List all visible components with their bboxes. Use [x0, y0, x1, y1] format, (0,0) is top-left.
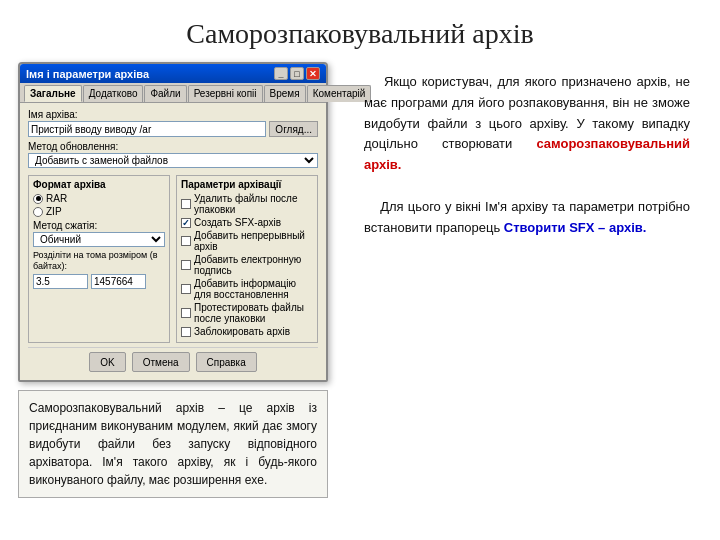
zip-radio[interactable] — [33, 207, 43, 217]
bottom-note: Саморозпаковувальний архів – це архів із… — [18, 390, 328, 498]
zip-label: ZIP — [46, 206, 62, 217]
maximize-button[interactable]: □ — [290, 67, 304, 80]
checkbox-5[interactable] — [181, 284, 191, 294]
page-container: Саморозпаковувальний архів Імя і парамет… — [0, 0, 720, 442]
right-highlight-2: Створити SFX – архів. — [504, 220, 647, 235]
tab-files[interactable]: Файли — [144, 85, 186, 102]
split-label: Розділіти на тома розміром (в байтах): — [33, 250, 165, 272]
compress-select[interactable]: Обичний — [33, 232, 165, 247]
dialog-body: Імя архіва: Огляд... Метод обновлення: Д… — [20, 103, 326, 380]
dialog-title-text: Імя і параметри архіва — [26, 68, 149, 80]
archive-name-row: Імя архіва: Огляд... — [28, 109, 318, 137]
rar-label: RAR — [46, 193, 67, 204]
checkbox-6[interactable] — [181, 308, 191, 318]
checkbox-1[interactable] — [181, 199, 191, 209]
rar-radio[interactable] — [33, 194, 43, 204]
params-group: Параметри архівації Удалить файлы после … — [176, 175, 318, 343]
checkbox-label-2: Создать SFX-архів — [194, 217, 281, 228]
checkbox-row-2: ✓ Создать SFX-архів — [181, 217, 313, 228]
dialog-actions: OK Отмена Справка — [28, 347, 318, 374]
checkbox-row-1: Удалить файлы после упаковки — [181, 193, 313, 215]
checkbox-label-1: Удалить файлы после упаковки — [194, 193, 313, 215]
split-input-2[interactable] — [91, 274, 146, 289]
checkbox-4[interactable] — [181, 260, 191, 270]
update-method-select[interactable]: Добавить с заменой файлов — [28, 153, 318, 168]
checkbox-row-3: Добавить непрерывный архів — [181, 230, 313, 252]
archive-path-input[interactable] — [28, 121, 266, 137]
checkbox-row-5: Добавить інформацію для восстановлення — [181, 278, 313, 300]
cancel-button[interactable]: Отмена — [132, 352, 190, 372]
dialog-titlebar: Імя і параметри архіва _ □ ✕ — [20, 64, 326, 83]
format-group: Формат архіва RAR ZIP Метод сжатія: — [28, 175, 170, 343]
checkbox-2[interactable]: ✓ — [181, 218, 191, 228]
radio-rar: RAR — [33, 193, 165, 204]
main-content: Імя і параметри архіва _ □ ✕ Загальне До… — [0, 62, 720, 442]
right-paragraph-1: Якщо користувач, для якого призначено ар… — [364, 72, 690, 176]
checkbox-7[interactable] — [181, 327, 191, 337]
tab-backup[interactable]: Резервні копіі — [188, 85, 263, 102]
update-method-row: Метод обновлення: Добавить с заменой фай… — [28, 141, 318, 171]
archive-name-input-row: Огляд... — [28, 121, 318, 137]
checkbox-3[interactable] — [181, 236, 191, 246]
checkbox-label-3: Добавить непрерывный архів — [194, 230, 313, 252]
page-title: Саморозпаковувальний архів — [0, 0, 720, 62]
dialog-two-col: Формат архіва RAR ZIP Метод сжатія: — [28, 175, 318, 343]
checkbox-label-6: Протестировать файлы после упаковки — [194, 302, 313, 324]
radio-zip: ZIP — [33, 206, 165, 217]
minimize-button[interactable]: _ — [274, 67, 288, 80]
close-button[interactable]: ✕ — [306, 67, 320, 80]
dialog-window: Імя і параметри архіва _ □ ✕ Загальне До… — [18, 62, 328, 382]
checkbox-label-5: Добавить інформацію для восстановлення — [194, 278, 313, 300]
checkbox-row-7: Заблокировать архів — [181, 326, 313, 337]
update-method-label: Метод обновлення: — [28, 141, 318, 152]
right-paragraph-2: Для цього у вікні Ім'я архіву та парамет… — [364, 197, 690, 239]
browse-button[interactable]: Огляд... — [269, 121, 318, 137]
help-button[interactable]: Справка — [196, 352, 257, 372]
split-input-1[interactable] — [33, 274, 88, 289]
tab-general[interactable]: Загальне — [24, 85, 82, 102]
compress-label: Метод сжатія: — [33, 220, 165, 231]
bottom-note-text: Саморозпаковувальний архів – це архів із… — [29, 401, 317, 487]
archive-name-label: Імя архіва: — [28, 109, 318, 120]
left-panel: Імя і параметри архіва _ □ ✕ Загальне До… — [18, 62, 338, 442]
dialog-tabs: Загальне Додатково Файли Резервні копіі … — [20, 83, 326, 103]
tab-advanced[interactable]: Додатково — [83, 85, 144, 102]
checkbox-row-6: Протестировать файлы после упаковки — [181, 302, 313, 324]
params-group-title: Параметри архівації — [181, 179, 313, 190]
checkbox-label-7: Заблокировать архів — [194, 326, 290, 337]
checkbox-row-4: Добавить електронную подпись — [181, 254, 313, 276]
ok-button[interactable]: OK — [89, 352, 125, 372]
right-panel: Якщо користувач, для якого призначено ар… — [352, 62, 702, 442]
format-group-title: Формат архіва — [33, 179, 165, 190]
titlebar-controls: _ □ ✕ — [274, 67, 320, 80]
tab-time[interactable]: Время — [264, 85, 306, 102]
checkbox-label-4: Добавить електронную подпись — [194, 254, 313, 276]
